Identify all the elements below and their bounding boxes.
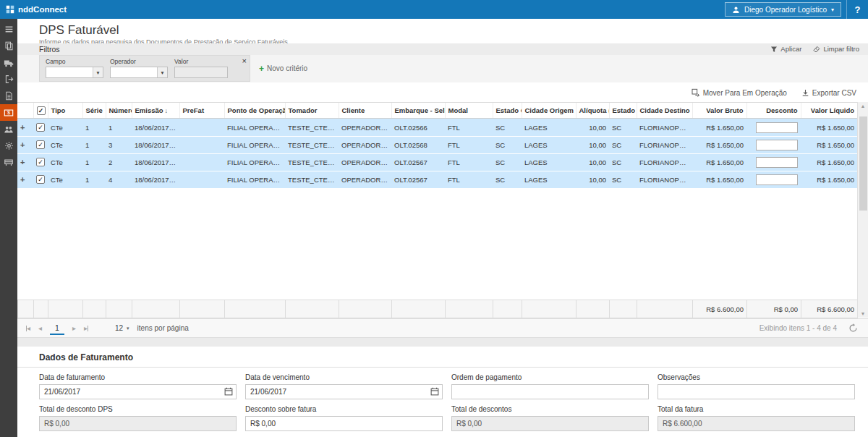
- page-head: DPS Faturável Informe os dados para pesq…: [17, 19, 868, 43]
- pagination-bar: ◂ ◂ 1 ▸ ▸ 12 ▾ itens por página Exibindo…: [17, 318, 868, 337]
- page-size-select[interactable]: 12 ▾: [115, 324, 129, 332]
- remove-criterion-icon[interactable]: ×: [242, 56, 247, 66]
- cell-modal: FTL: [445, 153, 493, 171]
- header-serie[interactable]: Série: [82, 103, 106, 119]
- chevron-down-icon: ▼: [157, 67, 167, 77]
- chevron-down-icon: ▼: [93, 67, 103, 77]
- billing-title: Dados de Faturamento: [17, 350, 868, 367]
- cell-estado-destino: SC: [609, 153, 637, 171]
- cell-modal: FTL: [445, 171, 493, 188]
- table-row[interactable]: + ✓ CTe 1 3 18/06/2017 16:48 FILIAL OPER…: [17, 136, 857, 153]
- header-tomador[interactable]: Tomador: [285, 103, 339, 119]
- topbar: nddConnect Diego Operador Logístico ▾ ?: [0, 0, 868, 19]
- cell-select: ✓: [33, 136, 48, 153]
- settings-icon[interactable]: [0, 137, 17, 154]
- last-page-button[interactable]: ▸: [84, 324, 88, 332]
- billing-icon[interactable]: $: [0, 104, 17, 121]
- expand-row-icon[interactable]: +: [20, 140, 25, 149]
- header-tipo[interactable]: Tipo: [48, 103, 82, 119]
- calendar-icon[interactable]: [430, 387, 439, 396]
- header-ponto-operacao[interactable]: Ponto de Operação: [224, 103, 285, 119]
- row-checkbox[interactable]: ✓: [36, 140, 45, 149]
- header-cidade-destino[interactable]: Cidade Destino: [637, 103, 692, 119]
- operator-label: Operador: [110, 58, 168, 65]
- row-checkbox[interactable]: ✓: [36, 175, 45, 184]
- header-valor-bruto[interactable]: Valor Bruto: [692, 103, 746, 119]
- table-row[interactable]: + ✓ CTe 1 1 18/06/2017 16:48 FILIAL OPER…: [17, 119, 857, 136]
- apply-filter-button[interactable]: Aplicar: [770, 45, 801, 53]
- desconto-input[interactable]: [756, 122, 798, 133]
- cell-tomador: TESTE_CTE_ESPECIAL_...: [285, 119, 339, 136]
- calendar-icon[interactable]: [224, 387, 233, 396]
- current-page[interactable]: 1: [50, 321, 64, 335]
- desconto-sobre-fatura-input[interactable]: [245, 416, 443, 431]
- brand[interactable]: nddConnect: [6, 5, 67, 14]
- fleet-icon[interactable]: [0, 154, 17, 171]
- document-icon[interactable]: [0, 88, 17, 104]
- header-numero[interactable]: Número: [106, 103, 132, 119]
- expand-row-icon[interactable]: +: [20, 175, 25, 184]
- vertical-scrollbar[interactable]: ▲ ▼: [857, 102, 868, 318]
- desconto-input[interactable]: [756, 174, 798, 185]
- header-aliquota[interactable]: Alíquota (%): [576, 103, 609, 119]
- cell-aliquota: 10,00: [576, 153, 609, 171]
- pages-icon[interactable]: [0, 38, 17, 54]
- shipping-icon[interactable]: [0, 54, 17, 71]
- scrollbar-thumb[interactable]: [859, 116, 867, 211]
- select-all-checkbox[interactable]: ✓: [37, 106, 46, 115]
- user-menu[interactable]: Diego Operador Logístico ▾: [725, 2, 841, 17]
- cell-tipo: CTe: [48, 136, 82, 153]
- header-modal[interactable]: Modal: [445, 103, 493, 119]
- header-cidade-origem[interactable]: Cidade Origem: [522, 103, 576, 119]
- data-faturamento-input[interactable]: [39, 384, 237, 399]
- first-page-button[interactable]: ◂: [26, 324, 30, 332]
- field-data-vencimento: Data de vencimento: [245, 373, 443, 405]
- operator-select[interactable]: ▼: [110, 67, 168, 78]
- new-criterion-button[interactable]: + Novo critério: [259, 64, 307, 74]
- menu-icon[interactable]: [0, 21, 17, 38]
- cell-valor-liquido: R$ 1.650,00: [801, 119, 857, 136]
- observacoes-input[interactable]: [658, 384, 855, 399]
- cell-estado-destino: SC: [609, 171, 637, 188]
- header-emissao[interactable]: Emissão↓: [132, 103, 179, 119]
- plus-icon: +: [259, 64, 264, 74]
- desconto-input[interactable]: [756, 157, 798, 168]
- help-button[interactable]: ?: [846, 0, 868, 19]
- header-estado-destino[interactable]: Estado D...: [609, 103, 637, 119]
- table-row[interactable]: + ✓ CTe 1 2 18/06/2017 16:48 FILIAL OPER…: [17, 153, 857, 171]
- refresh-icon[interactable]: [848, 323, 858, 333]
- users-icon[interactable]: [0, 121, 17, 137]
- export-csv-button[interactable]: Exportar CSV: [801, 89, 856, 97]
- field-select[interactable]: ▼: [46, 67, 103, 78]
- next-page-button[interactable]: ▸: [72, 324, 76, 332]
- expand-row-icon[interactable]: +: [20, 123, 25, 132]
- logout-icon[interactable]: [0, 71, 17, 88]
- cell-tipo: CTe: [48, 153, 82, 171]
- header-prefat[interactable]: PreFat: [179, 103, 224, 119]
- header-cliente[interactable]: Cliente: [339, 103, 391, 119]
- cell-expand: +: [17, 153, 33, 171]
- user-icon: [732, 6, 740, 14]
- header-desconto[interactable]: Desconto: [746, 103, 801, 119]
- header-estado-origem[interactable]: Estado O...: [493, 103, 522, 119]
- expand-row-icon[interactable]: +: [20, 158, 25, 166]
- prev-page-button[interactable]: ◂: [38, 324, 42, 332]
- ordem-pagamento-input[interactable]: [451, 384, 649, 399]
- cell-estado-destino: SC: [609, 136, 637, 153]
- move-to-operation-button[interactable]: Mover Para Em Operação: [692, 88, 787, 97]
- row-checkbox[interactable]: ✓: [36, 123, 45, 132]
- per-page-label: itens por página: [137, 324, 189, 332]
- cell-cliente: OPERADOR LOGISTIC...: [339, 119, 391, 136]
- header-select-all[interactable]: ✓: [33, 103, 48, 119]
- table-row[interactable]: + ✓ CTe 1 4 18/06/2017 16:48 FILIAL OPER…: [17, 171, 857, 188]
- header-embarque[interactable]: Embarque - Sell: [391, 103, 445, 119]
- desconto-input[interactable]: [756, 140, 798, 150]
- cell-cliente: OPERADOR LOGISTIC...: [339, 153, 391, 171]
- scroll-down-icon[interactable]: ▼: [861, 311, 866, 316]
- scroll-up-icon[interactable]: ▲: [861, 103, 866, 109]
- value-input[interactable]: [174, 67, 228, 78]
- row-checkbox[interactable]: ✓: [36, 158, 45, 166]
- header-valor-liquido[interactable]: Valor Líquido: [801, 103, 857, 119]
- data-vencimento-input[interactable]: [245, 384, 443, 399]
- clear-filter-button[interactable]: Limpar filtro: [813, 45, 859, 53]
